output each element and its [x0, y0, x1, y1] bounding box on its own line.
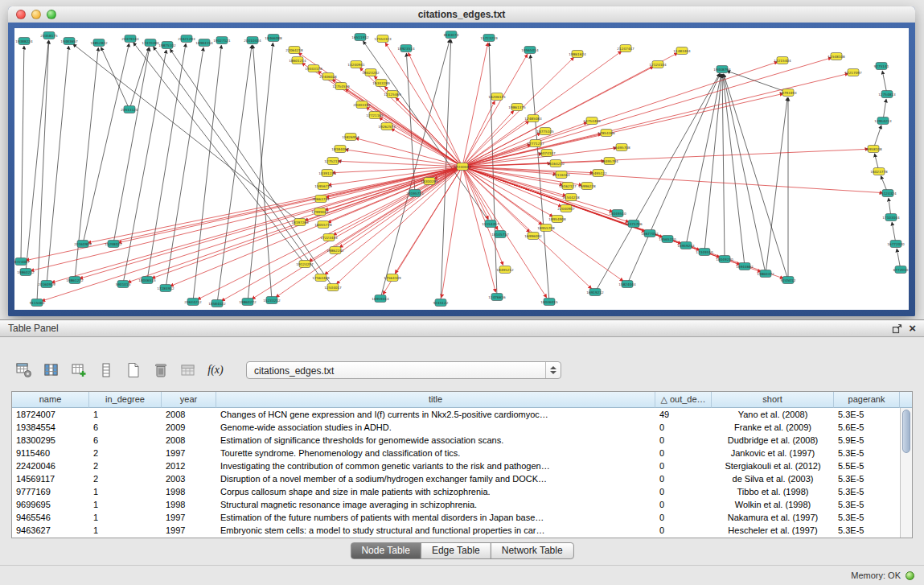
- table-columns-icon: [43, 362, 60, 378]
- graph-edge: [406, 54, 414, 192]
- graph-edge: [355, 138, 460, 167]
- close-button[interactable]: [16, 10, 26, 19]
- column-header-4[interactable]: △ out_de…: [655, 392, 712, 408]
- table-row[interactable]: 946362711997Embryonic stem cells: a mode…: [12, 524, 912, 537]
- graph-node-label: 16959244: [677, 244, 695, 248]
- tab-network-table[interactable]: Network Table: [491, 542, 574, 559]
- graph-node-label: 22040907: [557, 207, 575, 211]
- graph-node-label: 17854366: [598, 131, 615, 135]
- zoom-button[interactable]: [47, 10, 56, 19]
- delete-button[interactable]: [150, 359, 172, 381]
- table-cell: de Silva et al. (2003): [712, 472, 834, 485]
- tab-edge-table[interactable]: Edge Table: [421, 542, 491, 559]
- table-cell: 5.3E-5: [834, 498, 900, 511]
- table-cell: 18724007: [12, 408, 89, 421]
- graph-node-label: 18145717: [491, 233, 509, 237]
- status-bar: Memory: OK: [0, 565, 924, 585]
- graph-edge: [298, 53, 460, 166]
- table-row[interactable]: 946554611997Estimation of the future num…: [12, 511, 912, 524]
- graph-edge: [465, 58, 832, 166]
- graph-node-label: 20195714: [406, 192, 424, 196]
- graph-edge: [723, 74, 765, 271]
- table-row[interactable]: 969969511998Structural magnetic resonanc…: [12, 498, 912, 511]
- table-cell: Tourette syndrome. Phenomenology and cla…: [216, 447, 655, 459]
- graph-node-label: 18495212: [496, 268, 514, 272]
- graph-node-label: 10391231: [318, 171, 336, 175]
- table-cell: 22420046: [12, 459, 89, 472]
- graph-node-label: 14754409: [583, 119, 601, 123]
- import-table-button[interactable]: [177, 359, 199, 381]
- memory-indicator[interactable]: [906, 571, 914, 580]
- graph-node-label: 21247447: [617, 47, 634, 51]
- function-builder-button[interactable]: f(x): [204, 359, 227, 381]
- graph-edge: [166, 47, 204, 286]
- table-cell: Structural magnetic resonance image aver…: [216, 498, 655, 511]
- graph-node-label: 17721165: [366, 113, 384, 117]
- table-cell: 1: [89, 485, 162, 498]
- table-row[interactable]: 1872400712008Changes of HCN gene express…: [12, 408, 912, 421]
- graph-node-label: 18300295: [421, 179, 438, 183]
- table-cell: 0: [655, 421, 712, 434]
- tab-node-table[interactable]: Node Table: [350, 542, 421, 559]
- graph-node-label: 12125469: [384, 93, 401, 97]
- graph-node-label: 18984154: [195, 41, 213, 45]
- table-row[interactable]: 911546021997Tourette syndrome. Phenomeno…: [12, 447, 912, 459]
- graph-node-label: 20403312: [353, 103, 371, 107]
- graph-node-label: 12754519: [332, 84, 350, 89]
- table-row[interactable]: 1938455462009Genome-wide association stu…: [12, 421, 912, 434]
- graph-edge: [687, 74, 721, 243]
- table-settings-button[interactable]: [13, 359, 35, 381]
- graph-node-label: 20663721: [312, 197, 330, 201]
- table-row[interactable]: 2242004622012Investigating the contribut…: [12, 459, 912, 472]
- graph-node-label: 19483657: [60, 39, 78, 43]
- network-graph[interactable]: 1724004719388224203581751948365718852822…: [14, 28, 909, 310]
- close-panel-icon[interactable]: ×: [909, 321, 916, 336]
- table-selector-dropdown[interactable]: citations_edges.txt: [246, 361, 561, 379]
- table-header-row: namein_degreeyeartitle△ out_de…shortpage…: [12, 392, 912, 408]
- vertical-scrollbar[interactable]: [900, 408, 912, 538]
- table-edit-button[interactable]: [68, 359, 90, 381]
- table-cell: 0: [655, 434, 712, 447]
- table-cell: 1: [89, 524, 162, 537]
- graph-edge: [26, 41, 48, 270]
- table-row[interactable]: 1830029562008Estimation of significance …: [12, 434, 912, 447]
- graph-edge: [881, 176, 887, 191]
- graph-node-label: 17564109: [384, 276, 401, 280]
- graph-edge: [101, 47, 129, 107]
- network-canvas[interactable]: 1724004719388224203581751948365718852822…: [14, 28, 909, 310]
- window-titlebar[interactable]: citations_edges.txt: [8, 6, 915, 23]
- column-header-5[interactable]: short: [712, 392, 834, 408]
- graph-node-label: 18955708: [537, 226, 555, 230]
- table-cell: 9699695: [12, 498, 89, 511]
- graph-edge: [531, 56, 549, 300]
- graph-node-label: 18184058: [331, 147, 349, 151]
- table-row[interactable]: 977716911998Corpus callosum shape and si…: [12, 485, 912, 498]
- scrollbar-thumb[interactable]: [902, 410, 910, 453]
- graph-node-label: 17554323: [374, 37, 392, 41]
- table-cell: Tibbo et al. (1998): [712, 485, 834, 498]
- graph-node-label: 16996228: [578, 184, 596, 188]
- table-cell: 2: [89, 459, 162, 472]
- dropdown-stepper-icon: [545, 362, 561, 378]
- column-header-2[interactable]: year: [162, 392, 216, 408]
- table-cell: Investigating the contribution of common…: [216, 459, 655, 472]
- minimize-button[interactable]: [31, 10, 41, 19]
- column-header-3[interactable]: title: [216, 392, 655, 408]
- graph-node-label: 19343178: [305, 67, 322, 71]
- table-cell: Hescheler et al. (1997): [712, 524, 834, 537]
- graph-edge: [441, 169, 462, 298]
- table-columns-button[interactable]: [40, 359, 63, 381]
- graph-node-label: 17284912: [157, 286, 175, 290]
- graph-node-label: 9245012: [781, 278, 796, 282]
- column-header-1[interactable]: in_degree: [89, 392, 162, 408]
- rows-button[interactable]: [95, 359, 117, 381]
- graph-node-label: 16343289: [372, 81, 390, 85]
- window-title: citations_edges.txt: [8, 6, 915, 23]
- graph-node-label: 18724007: [14, 260, 30, 264]
- column-header-0[interactable]: name: [12, 392, 89, 408]
- new-document-button[interactable]: [122, 359, 145, 381]
- column-header-6[interactable]: pagerank: [834, 392, 900, 408]
- float-panel-icon[interactable]: [892, 323, 902, 334]
- table-row[interactable]: 1456911722003Disruption of a novel membe…: [12, 472, 912, 485]
- table-cell: Yano et al. (2008): [712, 408, 834, 421]
